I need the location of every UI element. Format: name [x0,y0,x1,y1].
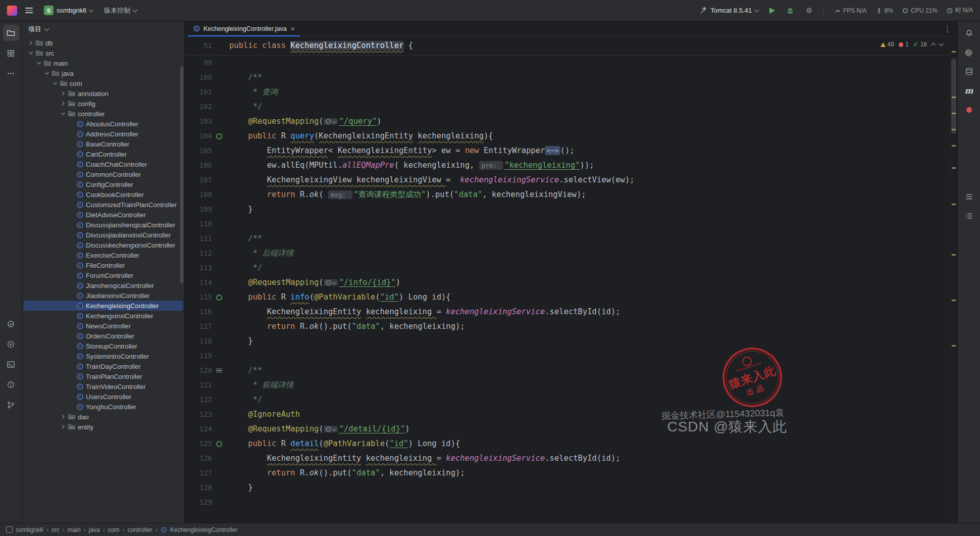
terminal-tool-button[interactable] [3,356,19,372]
tree-item-annotation[interactable]: annotation [24,88,183,99]
code-line-124[interactable]: 124 @RequestMapping("/detail/{id}") [185,422,950,436]
more-tool-windows-button[interactable] [3,65,19,81]
line-number[interactable]: 114 [185,275,212,290]
code-line-109[interactable]: 109 } [185,202,950,217]
maven-button[interactable]: m [961,82,977,99]
tree-item-CookbookController[interactable]: CCookbookController [24,189,183,200]
settings-button[interactable] [802,5,816,16]
perf-memory-widget[interactable]: 8% [876,7,893,14]
twisty-icon[interactable] [27,39,35,46]
code-line-121[interactable]: 121 * 前端详情 [185,378,950,393]
tree-item-DiscusskechengxinxiController[interactable]: CDiscusskechengxinxiController [24,240,183,250]
breadcrumb-item[interactable]: KechengleixingController [170,526,237,533]
breadcrumb-item[interactable]: src [51,526,60,533]
tree-item-YonghuController[interactable]: CYonghuController [24,402,183,412]
line-number[interactable]: 121 [185,378,212,393]
tab-kechengleixingcontroller[interactable]: C KechengleixingController.java × [188,22,300,36]
endpoint-gutter-icon[interactable] [216,295,222,301]
scrollbar-thumb[interactable] [951,58,956,134]
twisty-icon[interactable] [35,60,43,67]
database-button[interactable] [961,63,977,79]
code-line-113[interactable]: 113 */ [185,261,950,275]
debug-button[interactable] [783,5,797,17]
tree-item-DiscussjianshenqicaiController[interactable]: CDiscussjianshenqicaiController [24,220,183,230]
twisty-icon[interactable] [59,100,67,107]
tree-item-AboutusController[interactable]: CAboutusController [24,119,183,129]
twisty-icon[interactable] [59,413,67,420]
url-inlay-icon[interactable] [324,279,338,286]
tree-item-dao[interactable]: dao [24,412,183,422]
code-line-103[interactable]: 103 @RequestMapping("/query") [185,114,950,129]
line-number[interactable]: 113 [185,261,212,275]
code-line-51[interactable]: 51public class KechengleixingController … [185,37,950,55]
tree-item-CustomizedTrainPlanController[interactable]: CCustomizedTrainPlanController [24,200,183,210]
services-tool-button[interactable] [3,336,19,352]
tree-scrollbar[interactable] [180,66,183,283]
line-number[interactable]: 109 [185,202,212,217]
project-selector[interactable]: S ssmbgnk6 [41,4,96,17]
project-tool-button[interactable] [3,25,19,41]
tree-item-main[interactable]: main [24,58,183,68]
twisty-icon[interactable] [51,80,59,87]
code-line-112[interactable]: 112 * 后端详情 [185,246,950,261]
breadcrumb-item[interactable]: controller [127,526,152,533]
code-line-114[interactable]: 114 @RequestMapping("/info/{id}") [185,275,950,290]
line-number[interactable]: 129 [185,495,212,510]
tree-item-TrainDayController[interactable]: CTrainDayController [24,361,183,371]
line-number[interactable]: 118 [185,334,212,349]
code-line-116[interactable]: 116 KechengleixingEntity kechengleixing … [185,305,950,319]
tree-item-db[interactable]: db [24,38,183,48]
plugin-button[interactable] [961,102,977,118]
breadcrumb-item[interactable]: java [89,526,100,533]
code-line-100[interactable]: 100 /** [185,70,950,85]
code-line-101[interactable]: 101 * 查询 [185,85,950,100]
perf-fps-widget[interactable]: FPS N/A [835,7,867,14]
code-line-104[interactable]: 104 public R query(KechengleixingEntity … [185,129,950,143]
tree-item-DiscussjiaolianxinxiController[interactable]: CDiscussjiaolianxinxiController [24,230,183,240]
code-line-105[interactable]: 105 EntityWrapper< KechengleixingEntity>… [185,143,950,158]
line-number[interactable]: 51 [185,37,212,55]
line-number[interactable]: 115 [185,290,212,305]
tree-item-UsersController[interactable]: CUsersController [24,392,183,402]
tree-item-FileController[interactable]: CFileController [24,260,183,270]
tree-item-TrainPlanController[interactable]: CTrainPlanController [24,371,183,381]
tree-item-TrainVideoController[interactable]: CTrainVideoController [24,381,183,392]
line-number[interactable]: 104 [185,129,212,143]
tree-item-AddressController[interactable]: CAddressController [24,129,183,139]
version-control-tool-button[interactable] [3,397,19,413]
code-line-99[interactable]: 99 [185,56,950,70]
perf-time-widget[interactable]: 时 N/A [947,6,973,15]
ai-assistant-button[interactable]: @ [961,44,977,60]
line-number[interactable]: 102 [185,100,212,114]
code-line-120[interactable]: 120 /** [185,363,950,378]
line-number[interactable]: 106 [185,158,212,173]
problems-tool-button[interactable] [3,376,19,393]
twisty-icon[interactable] [59,110,67,117]
code-line-111[interactable]: 111 /** [185,231,950,246]
tree-item-JiaolianxinxiController[interactable]: CJiaolianxinxiController [24,290,183,301]
tree-item-SystemintroController[interactable]: CSystemintroController [24,351,183,361]
twisty-icon[interactable] [59,90,67,97]
perf-cpu-widget[interactable]: CPU 21% [902,7,938,14]
tree-item-NewsController[interactable]: CNewsController [24,321,183,331]
tree-item-ForumController[interactable]: CForumController [24,270,183,280]
breadcrumb-item[interactable]: main [68,526,81,533]
line-number[interactable]: 108 [185,187,212,202]
line-number[interactable]: 107 [185,173,212,187]
bookmarks-button[interactable] [961,188,977,205]
line-number[interactable]: 120 [185,363,212,378]
project-panel-header[interactable]: 项目 [22,22,184,37]
code-line-122[interactable]: 122 */ [185,393,950,407]
code-line-118[interactable]: 118 } [185,334,950,349]
tree-item-controller[interactable]: controller [24,109,183,119]
line-number[interactable]: 128 [185,480,212,495]
line-number[interactable]: 112 [185,246,212,261]
twisty-icon[interactable] [27,50,35,57]
line-number[interactable]: 100 [185,70,212,85]
line-number[interactable]: 110 [185,217,212,231]
tree-item-java[interactable]: java [24,68,183,78]
tree-item-CoachChatController[interactable]: CCoachChatController [24,159,183,169]
twisty-icon[interactable] [59,423,67,430]
code-editor[interactable]: 99100 /**101 * 查询102 */103 @RequestMappi… [185,56,950,523]
tree-item-CommonController[interactable]: CCommonController [24,169,183,179]
